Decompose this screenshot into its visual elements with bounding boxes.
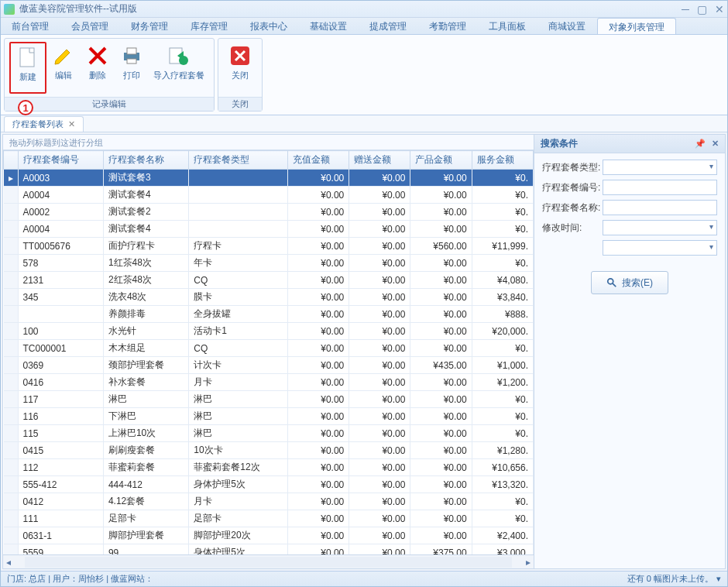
menu-tab[interactable]: 库存管理 xyxy=(180,18,239,34)
menu-tab[interactable]: 前台管理 xyxy=(1,18,60,34)
table-row[interactable]: 555999身体护理5次¥0.00¥0.00¥375.00¥3,000. xyxy=(4,544,534,555)
close-panel-icon[interactable]: ✕ xyxy=(712,139,719,149)
table-row[interactable]: 21312红茶48次CQ¥0.00¥0.00¥0.00¥4,080. xyxy=(4,272,534,289)
menu-tab[interactable]: 基础设置 xyxy=(299,18,359,34)
menu-tab[interactable]: 对象列表管理 xyxy=(597,18,676,34)
close-button[interactable]: 关闭 xyxy=(223,42,257,94)
column-header[interactable]: 疗程套餐名称 xyxy=(103,151,188,170)
print-button[interactable]: 打印 xyxy=(115,42,149,94)
table-row[interactable]: 养颜排毒全身拔罐¥0.00¥0.00¥0.00¥888. xyxy=(4,306,534,323)
cell: ¥0. xyxy=(472,221,533,238)
cell: ¥0.00 xyxy=(288,238,349,255)
data-grid[interactable]: 疗程套餐编号疗程套餐名称疗程套餐类型充值金额赠送金额产品金额服务金额▸A0003… xyxy=(3,150,534,554)
horizontal-scrollbar[interactable]: ◂ ▸ xyxy=(3,554,534,568)
column-header[interactable]: 赠送金额 xyxy=(349,151,410,170)
table-row[interactable]: ▸A0003测试套餐3¥0.00¥0.00¥0.00¥0. xyxy=(4,170,534,187)
menu-tab[interactable]: 工具面板 xyxy=(478,18,537,34)
menu-tab[interactable]: 会员管理 xyxy=(60,18,120,34)
table-row[interactable]: 115上淋巴10次淋巴¥0.00¥0.00¥0.00¥0. xyxy=(4,425,534,442)
cell: ¥0.00 xyxy=(288,476,349,493)
column-header[interactable]: 服务金额 xyxy=(472,151,533,170)
menu-tab[interactable]: 考勤管理 xyxy=(418,18,478,34)
cell: 菲蜜莉套餐12次 xyxy=(189,459,288,476)
table-row[interactable]: 116下淋巴淋巴¥0.00¥0.00¥0.00¥0. xyxy=(4,408,534,425)
close-icon xyxy=(228,43,252,68)
menu-tab[interactable]: 报表中心 xyxy=(239,18,299,34)
group-hint[interactable]: 拖动列标题到这进行分组 xyxy=(3,135,534,150)
cell: ¥0.00 xyxy=(410,459,472,476)
search-icon xyxy=(606,277,617,288)
maximize-button[interactable]: ▢ xyxy=(697,3,707,15)
table-row[interactable]: 0415刷刷瘦套餐10次卡¥0.00¥0.00¥0.00¥1,280. xyxy=(4,442,534,459)
table-row[interactable]: 0369颈部护理套餐计次卡¥0.00¥0.00¥435.00¥1,000. xyxy=(4,357,534,374)
ribbon-group-label: 记录编辑 xyxy=(5,97,214,111)
cell: 面护疗程卡 xyxy=(103,238,188,255)
column-header[interactable]: 疗程套餐类型 xyxy=(189,151,288,170)
cell: 养颜排毒 xyxy=(103,306,188,323)
scroll-left-icon[interactable]: ◂ xyxy=(3,557,14,568)
cell: ¥0.00 xyxy=(410,289,472,306)
menu-tab[interactable]: 商城设置 xyxy=(537,18,597,34)
cell: ¥0.00 xyxy=(288,442,349,459)
text-input[interactable] xyxy=(603,200,717,215)
cell: 117 xyxy=(18,391,103,408)
field-label: 修改时间: xyxy=(542,221,603,235)
combo-input[interactable] xyxy=(603,240,717,256)
column-header[interactable]: 充值金额 xyxy=(288,151,349,170)
cell: ¥0.00 xyxy=(288,425,349,442)
close-button[interactable]: ✕ xyxy=(715,3,724,15)
combo-input[interactable] xyxy=(603,220,717,235)
table-row[interactable]: 0631-1脚部护理套餐脚部护理20次¥0.00¥0.00¥0.00¥2,400… xyxy=(4,527,534,544)
scroll-right-icon[interactable]: ▸ xyxy=(523,557,534,568)
table-row[interactable]: 112菲蜜莉套餐菲蜜莉套餐12次¥0.00¥0.00¥0.00¥10,656. xyxy=(4,459,534,476)
cell: ¥0.00 xyxy=(349,476,410,493)
row-indicator xyxy=(4,357,19,374)
cell: ¥0.00 xyxy=(349,340,410,357)
column-header[interactable]: 产品金额 xyxy=(410,151,472,170)
row-indicator xyxy=(4,476,19,493)
table-row[interactable]: A0004测试套餐4¥0.00¥0.00¥0.00¥0. xyxy=(4,221,534,238)
table-row[interactable]: 5781红茶48次年卡¥0.00¥0.00¥0.00¥0. xyxy=(4,255,534,272)
pin-icon[interactable]: 📌 xyxy=(695,139,706,149)
table-row[interactable]: A0004测试套餐4¥0.00¥0.00¥0.00¥0. xyxy=(4,187,534,204)
scroll-track[interactable] xyxy=(25,557,512,568)
table-row[interactable]: 555-412444-412身体护理5次¥0.00¥0.00¥0.00¥13,3… xyxy=(4,476,534,493)
cell: ¥0.00 xyxy=(288,340,349,357)
edit-button[interactable]: 编辑 xyxy=(46,42,81,94)
cell: 100 xyxy=(18,323,103,340)
status-dropdown-icon[interactable]: ▾ xyxy=(716,574,721,584)
new-button[interactable]: 新建 xyxy=(9,42,46,94)
row-indicator xyxy=(4,323,19,340)
table-row[interactable]: 04124.12套餐月卡¥0.00¥0.00¥0.00¥0. xyxy=(4,493,534,510)
cell: ¥0.00 xyxy=(288,306,349,323)
row-indicator xyxy=(4,425,19,442)
table-row[interactable]: 111足部卡足部卡¥0.00¥0.00¥0.00¥0. xyxy=(4,510,534,527)
status-right: 还有 0 幅图片未上传。 xyxy=(627,573,713,585)
table-row[interactable]: A0002测试套餐2¥0.00¥0.00¥0.00¥0. xyxy=(4,204,534,221)
row-indicator xyxy=(4,408,19,425)
close-tab-icon[interactable]: ✕ xyxy=(68,119,75,129)
minimize-button[interactable]: ─ xyxy=(682,3,689,15)
search-form: 疗程套餐类型:疗程套餐编号:疗程套餐名称:修改时间:搜索(E) xyxy=(534,153,725,316)
delete-icon xyxy=(85,43,110,68)
column-header[interactable]: 疗程套餐编号 xyxy=(18,151,103,170)
table-row[interactable]: 117淋巴淋巴¥0.00¥0.00¥0.00¥0. xyxy=(4,391,534,408)
cell: ¥4,080. xyxy=(472,272,533,289)
text-input[interactable] xyxy=(603,180,717,195)
import-button[interactable]: 导入疗程套餐 xyxy=(149,42,209,94)
menu-tab[interactable]: 财务管理 xyxy=(120,18,180,34)
delete-button[interactable]: 删除 xyxy=(81,42,115,94)
combo-input[interactable] xyxy=(603,160,717,175)
tab-package-list[interactable]: 疗程套餐列表 ✕ xyxy=(4,116,84,132)
table-row[interactable]: TC000001木木组足CQ¥0.00¥0.00¥0.00¥0. xyxy=(4,340,534,357)
table-row[interactable]: 345洗衣48次膜卡¥0.00¥0.00¥0.00¥3,840. xyxy=(4,289,534,306)
search-panel-title: 搜索条件 xyxy=(541,137,578,150)
import-icon xyxy=(167,43,191,68)
search-button[interactable]: 搜索(E) xyxy=(591,271,668,294)
cell: 足部卡 xyxy=(189,510,288,527)
cell: 10次卡 xyxy=(189,442,288,459)
menu-tab[interactable]: 提成管理 xyxy=(359,18,418,34)
table-row[interactable]: 100水光针活动卡1¥0.00¥0.00¥0.00¥20,000. xyxy=(4,323,534,340)
table-row[interactable]: TT0005676面护疗程卡疗程卡¥0.00¥0.00¥560.00¥11,99… xyxy=(4,238,534,255)
table-row[interactable]: 0416补水套餐月卡¥0.00¥0.00¥0.00¥1,200. xyxy=(4,374,534,391)
